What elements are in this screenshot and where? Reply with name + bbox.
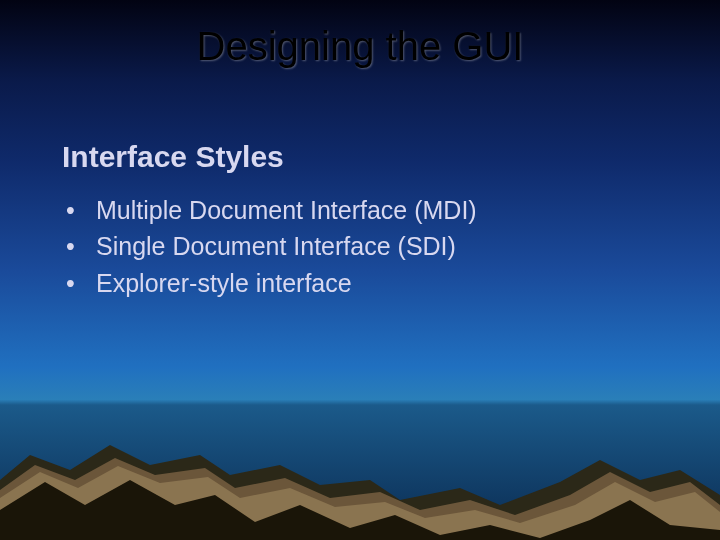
bullet-list: Multiple Document Interface (MDI) Single… bbox=[62, 192, 477, 301]
list-item: Multiple Document Interface (MDI) bbox=[62, 192, 477, 228]
list-item: Explorer-style interface bbox=[62, 265, 477, 301]
slide-subtitle: Interface Styles bbox=[62, 140, 284, 174]
slide: Designing the GUI Interface Styles Multi… bbox=[0, 0, 720, 540]
slide-title: Designing the GUI bbox=[0, 24, 720, 69]
mountain-decoration-icon bbox=[0, 410, 720, 540]
list-item: Single Document Interface (SDI) bbox=[62, 228, 477, 264]
